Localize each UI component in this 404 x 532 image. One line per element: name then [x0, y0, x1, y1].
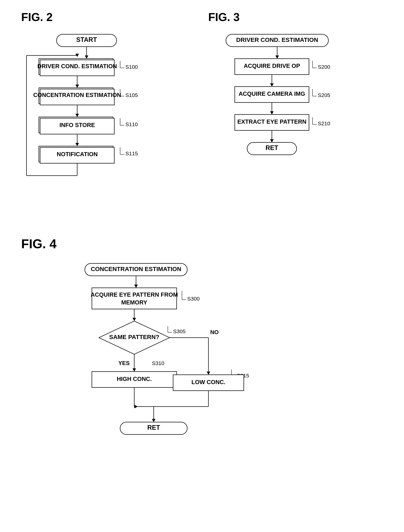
- fig4-title: FIG. 4: [21, 237, 390, 251]
- fig2-section: FIG. 2 START S100 DRIVER COND. ESTIMATIO…: [14, 11, 198, 222]
- svg-text:S310: S310: [152, 360, 164, 366]
- svg-text:ACQUIRE CAMERA IMG: ACQUIRE CAMERA IMG: [239, 90, 305, 97]
- fig3-section: FIG. 3 DRIVER COND. ESTIMATION S200 ACQU…: [198, 11, 390, 222]
- svg-marker-27: [76, 143, 79, 146]
- fig2-chart: START S100 DRIVER COND. ESTIMATION S: [21, 31, 180, 222]
- svg-text:S100: S100: [126, 64, 138, 70]
- svg-text:S205: S205: [318, 92, 330, 98]
- svg-text:S300: S300: [187, 296, 200, 302]
- fig3-title: FIG. 3: [208, 11, 390, 24]
- svg-text:S105: S105: [126, 92, 138, 98]
- svg-text:DRIVER COND. ESTIMATION: DRIVER COND. ESTIMATION: [38, 63, 117, 70]
- svg-text:DRIVER COND. ESTIMATION: DRIVER COND. ESTIMATION: [236, 36, 318, 43]
- page: FIG. 2 START S100 DRIVER COND. ESTIMATIO…: [0, 0, 404, 532]
- svg-marker-103: [134, 405, 138, 408]
- svg-marker-42: [275, 56, 279, 59]
- fig2-title: FIG. 2: [21, 11, 198, 24]
- svg-text:INFO STORE: INFO STORE: [59, 122, 95, 128]
- svg-marker-102: [152, 419, 155, 422]
- svg-text:ACQUIRE EYE PATTERN FROM: ACQUIRE EYE PATTERN FROM: [91, 291, 178, 298]
- svg-marker-86: [133, 368, 136, 372]
- fig4-chart: CONCENTRATION ESTIMATION S300 ACQUIRE EY…: [57, 260, 322, 498]
- svg-rect-73: [92, 288, 177, 309]
- fig3-chart: DRIVER COND. ESTIMATION S200 ACQUIRE DRI…: [208, 31, 367, 222]
- svg-marker-56: [270, 111, 274, 114]
- svg-text:CONCENTRATION ESTIMATION: CONCENTRATION ESTIMATION: [91, 266, 181, 272]
- svg-marker-11: [76, 85, 79, 88]
- top-row: FIG. 2 START S100 DRIVER COND. ESTIMATIO…: [14, 11, 390, 222]
- svg-text:HIGH CONC.: HIGH CONC.: [117, 376, 152, 382]
- svg-text:ACQUIRE DRIVE OP: ACQUIRE DRIVE OP: [244, 63, 300, 69]
- svg-marker-77: [133, 318, 136, 321]
- svg-text:S200: S200: [318, 64, 330, 70]
- svg-text:S115: S115: [126, 151, 138, 156]
- svg-text:RET: RET: [265, 144, 278, 152]
- svg-marker-3: [85, 56, 88, 59]
- svg-text:S305: S305: [173, 329, 185, 334]
- svg-text:NO: NO: [210, 329, 219, 335]
- svg-text:NOTIFICATION: NOTIFICATION: [57, 151, 98, 158]
- svg-marker-63: [270, 139, 274, 142]
- svg-marker-69: [134, 285, 138, 288]
- svg-text:LOW CONC.: LOW CONC.: [191, 379, 225, 385]
- svg-text:S110: S110: [126, 121, 138, 127]
- svg-text:START: START: [76, 36, 97, 43]
- svg-text:RET: RET: [147, 424, 160, 431]
- svg-text:SAME PATTERN?: SAME PATTERN?: [109, 334, 159, 340]
- svg-marker-49: [270, 83, 274, 87]
- svg-marker-95: [207, 372, 210, 375]
- fig4-section: FIG. 4 CONCENTRATION ESTIMATION S300 ACQ…: [14, 237, 390, 499]
- svg-text:CONCENTRATION ESTIMATION: CONCENTRATION ESTIMATION: [33, 92, 121, 98]
- svg-marker-19: [76, 114, 79, 117]
- svg-text:YES: YES: [118, 360, 130, 366]
- svg-text:MEMORY: MEMORY: [121, 299, 147, 306]
- svg-text:EXTRACT EYE PATTERN: EXTRACT EYE PATTERN: [237, 118, 306, 125]
- svg-text:S210: S210: [318, 120, 330, 126]
